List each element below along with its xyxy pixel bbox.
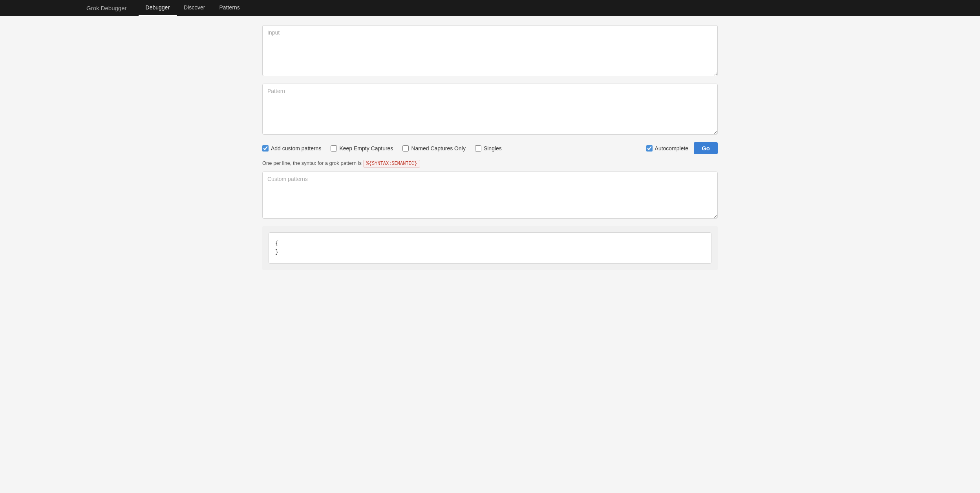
singles-checkbox[interactable] (475, 145, 481, 152)
input-block (262, 25, 718, 77)
nav-patterns[interactable]: Patterns (212, 0, 247, 16)
app-header: Grok Debugger Debugger Discover Patterns (0, 0, 980, 16)
pattern-textarea[interactable] (262, 84, 718, 135)
named-captures-only-text: Named Captures Only (411, 145, 466, 152)
add-custom-patterns-checkbox[interactable] (262, 145, 269, 152)
autocomplete-checkbox[interactable] (646, 145, 653, 152)
keep-empty-captures-label[interactable]: Keep Empty Captures (331, 145, 393, 152)
nav-discover[interactable]: Discover (177, 0, 212, 16)
custom-patterns-textarea[interactable] (262, 172, 718, 219)
nav-debugger[interactable]: Debugger (139, 0, 177, 16)
options-right: Autocomplete Go (646, 142, 718, 154)
options-row: Add custom patterns Keep Empty Captures … (262, 142, 718, 154)
input-textarea[interactable] (262, 25, 718, 76)
add-custom-patterns-label[interactable]: Add custom patterns (262, 145, 321, 152)
custom-patterns-block (262, 172, 718, 220)
named-captures-only-checkbox[interactable] (402, 145, 409, 152)
pattern-block (262, 84, 718, 136)
named-captures-only-label[interactable]: Named Captures Only (402, 145, 466, 152)
main-nav: Debugger Discover Patterns (139, 0, 247, 16)
keep-empty-captures-checkbox[interactable] (331, 145, 337, 152)
keep-empty-captures-text: Keep Empty Captures (339, 145, 393, 152)
main-content: Add custom patterns Keep Empty Captures … (254, 16, 726, 279)
autocomplete-text: Autocomplete (655, 145, 689, 152)
hint-text: One per line, the syntax for a grok patt… (262, 160, 362, 166)
singles-label[interactable]: Singles (475, 145, 502, 152)
autocomplete-label[interactable]: Autocomplete (646, 145, 689, 152)
result-block: {} (262, 226, 718, 270)
hint-row: One per line, the syntax for a grok patt… (262, 160, 718, 168)
add-custom-patterns-text: Add custom patterns (271, 145, 321, 152)
result-output: {} (269, 232, 711, 264)
go-button[interactable]: Go (694, 142, 718, 154)
app-brand: Grok Debugger (86, 5, 127, 11)
syntax-badge: %{SYNTAX:SEMANTIC} (363, 160, 421, 168)
singles-text: Singles (484, 145, 502, 152)
